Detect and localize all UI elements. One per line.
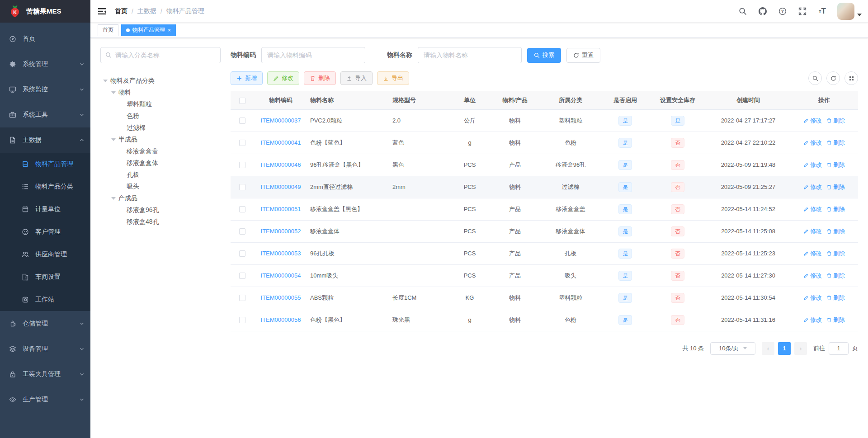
sidebar-item-equipment-management[interactable]: 设备管理 [0,336,90,362]
breadcrumb-home[interactable]: 首页 [115,7,127,15]
sidebar-item-fixture-management[interactable]: 工装夹具管理 [0,362,90,387]
row-checkbox[interactable] [239,118,245,124]
sidebar-item-measure-unit[interactable]: 计量单位 [0,198,90,221]
sidebar-item-system-tools[interactable]: 系统工具 [0,102,90,127]
sidebar-item-home[interactable]: 首页 [0,26,90,52]
github-icon[interactable] [755,4,770,19]
tree-expand-icon[interactable] [111,197,116,200]
row-delete-link[interactable]: 删除 [826,294,845,302]
columns-button[interactable] [844,71,858,85]
tree-node-leaf[interactable]: 色粉 [100,110,221,122]
page-size-select[interactable]: 10条/页 [710,342,755,355]
item-code-link[interactable]: ITEM00000056 [261,316,301,323]
item-code-link[interactable]: ITEM00000049 [261,184,301,190]
font-size-icon[interactable]: тT [815,4,830,19]
row-edit-link[interactable]: 修改 [803,272,822,280]
tree-expand-icon[interactable] [111,91,116,94]
row-delete-link[interactable]: 删除 [826,250,845,258]
item-code-link[interactable]: ITEM00000041 [261,139,301,146]
fullscreen-icon[interactable] [795,4,810,19]
next-page-button[interactable]: › [794,342,807,355]
row-edit-link[interactable]: 修改 [803,294,822,302]
item-code-link[interactable]: ITEM00000053 [261,250,301,257]
breadcrumb-master-data[interactable]: 主数据 [137,7,156,15]
close-icon[interactable]: × [168,28,171,33]
row-edit-link[interactable]: 修改 [803,183,822,191]
reset-button[interactable]: 重置 [566,48,600,63]
tree-node-leaf[interactable]: 移液盒48孔 [100,216,221,228]
row-edit-link[interactable]: 修改 [803,227,822,235]
tree-node-root[interactable]: 物料及产品分类 [100,75,221,87]
user-menu[interactable] [835,3,862,20]
tree-node-leaf[interactable]: 塑料颗粒 [100,99,221,110]
tree-node-leaf[interactable]: 移液盒盒盖 [100,146,221,157]
sidebar-item-workstation[interactable]: 工作站 [0,288,90,311]
delete-button[interactable]: 删除 [304,71,336,85]
sidebar-item-warehouse-management[interactable]: 仓储管理 [0,311,90,336]
toggle-search-button[interactable] [808,71,822,85]
export-button[interactable]: 导出 [377,71,409,85]
material-name-input[interactable] [418,47,522,63]
row-checkbox[interactable] [239,295,245,301]
row-delete-link[interactable]: 删除 [826,227,845,235]
import-button[interactable]: 导入 [340,71,373,85]
edit-button[interactable]: 修改 [267,71,299,85]
item-code-link[interactable]: ITEM00000051 [261,206,301,212]
row-checkbox[interactable] [239,228,245,235]
tree-expand-icon[interactable] [111,138,116,141]
search-icon[interactable] [735,4,750,19]
refresh-button[interactable] [826,71,840,85]
row-edit-link[interactable]: 修改 [803,250,822,258]
row-delete-link[interactable]: 删除 [826,183,845,191]
help-icon[interactable]: ? [775,4,790,19]
row-edit-link[interactable]: 修改 [803,161,822,169]
tree-node-leaf[interactable]: 孔板 [100,169,221,181]
row-edit-link[interactable]: 修改 [803,139,822,147]
row-checkbox[interactable] [239,140,245,146]
row-delete-link[interactable]: 删除 [826,117,845,125]
avatar[interactable] [837,3,854,20]
item-code-link[interactable]: ITEM00000046 [261,161,301,168]
row-delete-link[interactable]: 删除 [826,161,845,169]
sidebar-item-system-monitor[interactable]: 系统监控 [0,77,90,102]
goto-page-input[interactable] [829,342,849,355]
tree-node-group[interactable]: 产成品 [100,193,221,204]
tree-node-leaf[interactable]: 移液盒盒体 [100,157,221,169]
sidebar-item-material-product-category[interactable]: 物料产品分类 [0,175,90,198]
tree-node-leaf[interactable]: 移液盒96孔 [100,204,221,216]
row-checkbox[interactable] [239,184,245,190]
tree-node-group[interactable]: 半成品 [100,134,221,146]
item-code-link[interactable]: ITEM00000037 [261,117,301,124]
search-button[interactable]: 搜索 [527,48,561,63]
page-number-1[interactable]: 1 [778,342,791,355]
sidebar-item-workshop-settings[interactable]: 车间设置 [0,266,90,288]
row-checkbox[interactable] [239,206,245,212]
row-delete-link[interactable]: 删除 [826,139,845,147]
prev-page-button[interactable]: ‹ [762,342,774,355]
row-delete-link[interactable]: 删除 [826,205,845,213]
row-edit-link[interactable]: 修改 [803,117,822,125]
material-code-input[interactable] [261,47,365,63]
logo[interactable]: K 苦糖果MES [0,0,90,23]
row-edit-link[interactable]: 修改 [803,316,822,324]
sidebar-item-supplier-management[interactable]: 供应商管理 [0,243,90,266]
tree-node-group[interactable]: 物料 [100,87,221,99]
row-checkbox[interactable] [239,317,245,323]
row-edit-link[interactable]: 修改 [803,205,822,213]
tab-home[interactable]: 首页 [98,24,118,36]
select-all-checkbox[interactable] [239,98,245,104]
sidebar-item-customer-management[interactable]: 客户管理 [0,221,90,243]
row-checkbox[interactable] [239,162,245,168]
item-code-link[interactable]: ITEM00000054 [261,272,301,279]
tree-expand-icon[interactable] [103,80,108,82]
sidebar-item-master-data[interactable]: 主数据 [0,127,90,153]
row-delete-link[interactable]: 删除 [826,316,845,324]
item-code-link[interactable]: ITEM00000055 [261,294,301,301]
sidebar-item-production-management[interactable]: 生产管理 [0,387,90,412]
tab-material-product-management[interactable]: 物料产品管理 × [121,24,176,36]
tree-node-leaf[interactable]: 过滤棉 [100,122,221,134]
add-button[interactable]: 新增 [231,71,263,85]
item-code-link[interactable]: ITEM00000052 [261,228,301,235]
sidebar-toggle-icon[interactable] [98,7,107,16]
tree-node-leaf[interactable]: 吸头 [100,181,221,193]
